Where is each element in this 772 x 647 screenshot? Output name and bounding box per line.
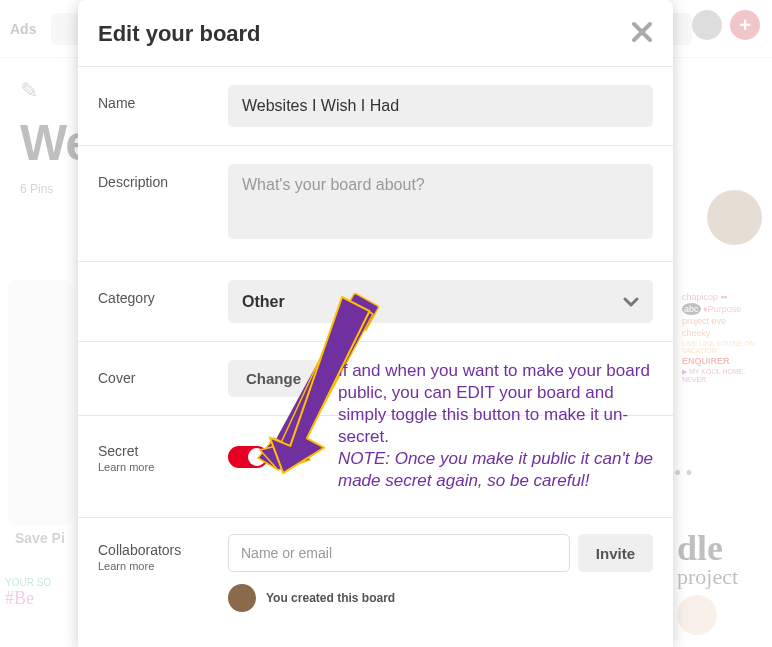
modal-title: Edit your board: [98, 21, 261, 47]
description-label: Description: [98, 164, 228, 190]
name-label: Name: [98, 85, 228, 111]
name-input[interactable]: [228, 85, 653, 127]
created-board-text: You created this board: [266, 591, 395, 605]
learn-more-link[interactable]: Learn more: [98, 560, 228, 572]
collaborator-input[interactable]: [228, 534, 570, 572]
learn-more-link[interactable]: Learn more: [98, 461, 228, 473]
creator-avatar: [228, 584, 256, 612]
category-value: Other: [242, 293, 285, 311]
chevron-down-icon: [623, 291, 639, 312]
secret-toggle[interactable]: [228, 446, 268, 468]
description-input[interactable]: [228, 164, 653, 239]
edit-board-modal: Edit your board Name Description Categor…: [78, 0, 673, 647]
category-select[interactable]: Other: [228, 280, 653, 323]
change-cover-button[interactable]: Change: [228, 360, 319, 397]
cover-label: Cover: [98, 360, 228, 386]
invite-button[interactable]: Invite: [578, 534, 653, 572]
category-label: Category: [98, 280, 228, 306]
secret-label: Secret: [98, 443, 138, 459]
close-icon[interactable]: [631, 20, 653, 48]
collaborators-label: Collaborators: [98, 542, 181, 558]
